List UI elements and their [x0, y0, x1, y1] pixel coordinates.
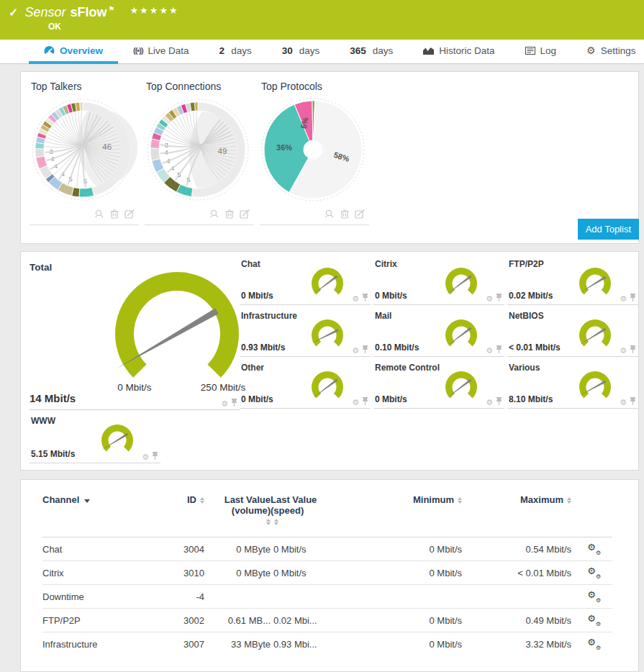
status-badge: OK	[48, 22, 644, 32]
edit-icon[interactable]	[355, 209, 365, 222]
tab-label: days	[299, 40, 320, 62]
inspect-icon[interactable]	[325, 209, 335, 222]
pin-icon[interactable]	[630, 397, 636, 406]
column-header-id[interactable]: ID	[161, 494, 204, 537]
pin-icon[interactable]	[152, 452, 158, 460]
gauge-settings-gear-icon[interactable]: ⚙	[221, 400, 228, 407]
gauge-settings-gear-icon[interactable]: ⚙	[142, 453, 149, 460]
gauge-settings-gear-icon[interactable]: ⚙	[352, 347, 359, 354]
cell-channel[interactable]: Citrix	[42, 561, 161, 585]
gauge-channel-value: < 0.01 Mbit/s	[509, 342, 561, 353]
tab-30-days[interactable]: 30days	[267, 40, 335, 64]
toplist-title: Top Talkers	[31, 81, 139, 92]
delete-icon[interactable]	[109, 209, 119, 222]
pin-icon[interactable]	[362, 294, 368, 302]
gauge-cell-remote-control: Remote Control0 Mbit/s⚙	[373, 361, 504, 409]
column-header-actions	[571, 494, 612, 537]
table-row: Infrastructure300733 MByte0.93 Mbi...0 M…	[42, 632, 612, 656]
toplist-top-connections: Top Connections55444349	[145, 79, 254, 225]
tab-label: Settings	[601, 40, 636, 62]
gauge-settings-gear-icon[interactable]: ⚙	[486, 295, 493, 302]
cell-lastVolume: 0 MByte	[204, 537, 271, 561]
tab-log[interactable]: Log	[510, 40, 572, 64]
gauge-settings-gear-icon[interactable]: ⚙	[620, 295, 627, 302]
gauge-cell-www: WWW5.15 Mbit/s⚙	[30, 414, 160, 463]
cell-lastSpeed: 0 Mbit/s	[271, 537, 355, 561]
pin-icon[interactable]	[630, 345, 636, 354]
tab-settings[interactable]: ⚙Settings	[571, 40, 644, 64]
delete-icon[interactable]	[225, 209, 235, 222]
column-header-lastSpeed[interactable]: Last Value(speed)	[271, 494, 355, 537]
pie-chart[interactable]: 58%36%6%	[260, 95, 368, 204]
inspect-icon[interactable]	[209, 209, 219, 222]
status-ok-check-icon: ✓	[9, 6, 18, 19]
sort-icon	[200, 497, 204, 504]
cell-channel[interactable]: FTP/P2P	[42, 609, 161, 632]
gauge-cell-other: Other0 Mbit/s⚙	[240, 361, 371, 409]
cell-id: 3004	[161, 537, 204, 561]
tab-label: Historic Data	[439, 40, 494, 62]
table-row: Chat30040 MByte0 Mbit/s0 Mbit/s0.54 Mbit…	[42, 537, 612, 561]
gauge-settings-gear-icon[interactable]: ⚙	[620, 347, 627, 354]
cell-channel[interactable]: Infrastructure	[42, 632, 161, 656]
pin-icon[interactable]	[362, 397, 368, 406]
gauges-panel: Total 14 Mbit/s 0 Mbit/s250 Mbit/s⚙ Chat…	[20, 251, 639, 471]
delete-icon[interactable]	[340, 209, 350, 222]
cell-channel[interactable]: Chat	[42, 537, 161, 561]
gauge-channel-name: FTP/P2P	[509, 259, 544, 269]
gauge-icon	[44, 45, 55, 56]
pin-icon[interactable]	[362, 345, 368, 354]
tab-live-data[interactable]: ((•))Live Data	[118, 40, 204, 64]
log-icon	[525, 47, 535, 55]
tab-365-days[interactable]: 365days	[335, 40, 408, 64]
cell-channel[interactable]: Downtime	[42, 585, 161, 609]
priority-stars[interactable]: ★★★★★	[130, 5, 178, 16]
column-header-channel[interactable]: Channel	[42, 494, 161, 537]
gauge-channel-name: Chat	[241, 259, 260, 269]
tab-overview[interactable]: Overview	[29, 40, 118, 64]
add-toplist-button[interactable]: Add Toplist	[578, 219, 639, 240]
channel-gauge	[438, 263, 484, 304]
chord-chart[interactable]: 55444349	[145, 95, 253, 204]
cell-min: 0 Mbit/s	[355, 561, 462, 585]
pin-icon[interactable]	[630, 294, 636, 302]
column-header-min[interactable]: Minimum	[355, 494, 462, 537]
channel-gauge	[572, 367, 618, 407]
column-header-max[interactable]: Maximum	[462, 494, 571, 537]
pin-icon[interactable]	[496, 397, 502, 406]
svg-text:250 Mbit/s: 250 Mbit/s	[201, 382, 246, 393]
tab-historic-data[interactable]: Historic Data	[408, 40, 509, 64]
gauge-cell-various: Various8.10 Mbit/s⚙	[507, 361, 638, 409]
pin-icon[interactable]	[231, 399, 237, 407]
cell-max	[462, 585, 571, 609]
gauge-settings-gear-icon[interactable]: ⚙	[620, 399, 627, 406]
table-row: Downtime-4⚙⚙	[42, 585, 612, 609]
gauge-settings-gear-icon[interactable]: ⚙	[352, 295, 359, 302]
gauge-channel-value: 5.15 Mbit/s	[31, 449, 75, 459]
tab-label: days	[373, 40, 394, 62]
gauge-channel-value: 8.10 Mbit/s	[509, 394, 553, 404]
edit-icon[interactable]	[240, 209, 250, 222]
gauge-channel-value: 0 Mbit/s	[241, 291, 273, 301]
tab-bar: Overview((•))Live Data2days30days365days…	[0, 40, 644, 64]
cell-max: 3.32 Mbit/s	[462, 632, 571, 656]
toplist-title: Top Connections	[146, 81, 254, 92]
flag-icon[interactable]: ⚑	[108, 5, 114, 13]
channel-gauge	[572, 315, 618, 355]
edit-icon[interactable]	[124, 209, 135, 222]
gauge-cell-mail: Mail0.10 Mbit/s⚙	[373, 309, 504, 357]
gauge-settings-gear-icon[interactable]: ⚙	[352, 399, 359, 406]
pin-icon[interactable]	[496, 345, 502, 354]
tab-2-days[interactable]: 2days	[204, 40, 267, 64]
gauge-settings-gear-icon[interactable]: ⚙	[486, 347, 493, 354]
tab-number: 365	[350, 40, 366, 62]
chord-chart[interactable]: 55444346	[30, 95, 137, 204]
sort-icon	[458, 497, 462, 504]
column-header-lastVolume[interactable]: Last Value(volume)	[204, 494, 271, 537]
tab-number: 30	[282, 40, 293, 62]
tab-number: 2	[219, 40, 225, 62]
pin-icon[interactable]	[496, 294, 502, 302]
inspect-icon[interactable]	[94, 209, 104, 222]
cell-lastSpeed: 0.93 Mbi...	[271, 632, 355, 656]
gauge-settings-gear-icon[interactable]: ⚙	[486, 399, 493, 406]
